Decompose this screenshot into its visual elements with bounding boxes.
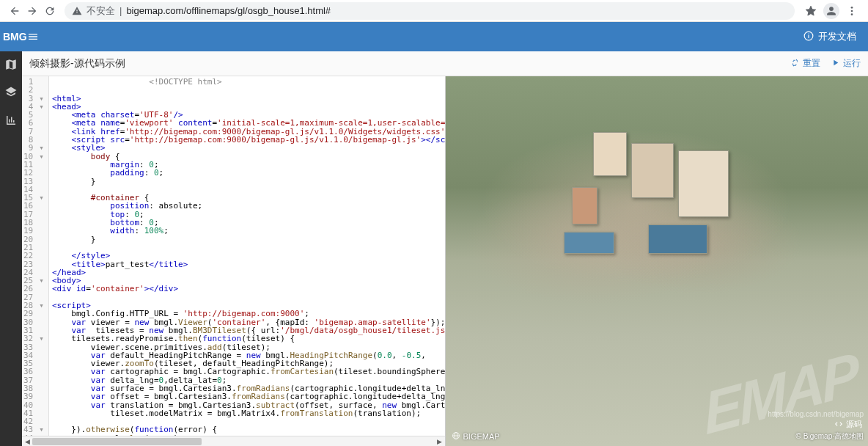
run-button[interactable]: 运行 <box>831 57 861 70</box>
address-bar[interactable]: 不安全 | bigemap.com/offlinemaps/gl/osgb_ho… <box>65 2 795 20</box>
docs-link[interactable]: 开发文档 <box>792 30 868 43</box>
user-account-button[interactable] <box>821 1 842 21</box>
address-divider: | <box>119 5 122 16</box>
watermark-brand: EMAP <box>702 339 860 446</box>
url-text: bigemap.com/offlinemaps/gl/osgb_house1.h… <box>126 5 331 16</box>
app-header: BMG 开发文档 <box>0 22 868 51</box>
sidebar-map-icon[interactable] <box>4 57 18 72</box>
app-logo: BMG <box>0 31 22 43</box>
line-gutter: 1 2 3 ▾4 ▾5 6 7 8 9 ▾10 ▾11 12 13 14 15 … <box>22 76 49 446</box>
reload-button[interactable] <box>41 2 59 20</box>
back-button[interactable] <box>6 2 23 20</box>
building-model <box>593 132 627 176</box>
run-label: 运行 <box>843 57 861 70</box>
svg-point-0 <box>851 7 853 9</box>
horizontal-scrollbar[interactable]: ◀ ▶ <box>22 436 445 446</box>
code-icon <box>834 420 843 430</box>
source-badge[interactable]: 源码 <box>834 419 862 430</box>
svg-point-5 <box>808 33 809 34</box>
sidebar-chart-icon[interactable] <box>4 113 18 128</box>
building-model <box>648 224 707 254</box>
preview-logo: BIGEMAP <box>452 431 500 442</box>
svg-point-2 <box>851 13 853 15</box>
watermark-url: https://blog.csdn.net/bigemap <box>768 410 864 418</box>
docs-link-label: 开发文档 <box>818 30 856 43</box>
sidebar <box>0 51 22 446</box>
building-model <box>564 232 614 254</box>
hamburger-menu-button[interactable] <box>22 31 44 43</box>
building-model <box>678 150 729 217</box>
browser-menu-button[interactable] <box>842 1 862 21</box>
building-model <box>572 187 597 224</box>
scroll-left-arrow[interactable]: ◀ <box>22 436 32 446</box>
svg-rect-4 <box>808 34 809 37</box>
info-icon <box>803 31 814 43</box>
reset-label: 重置 <box>803 57 820 70</box>
globe-icon <box>452 431 460 442</box>
bookmark-button[interactable] <box>801 1 821 21</box>
sidebar-layers-icon[interactable] <box>4 85 18 100</box>
forward-button[interactable] <box>23 2 41 20</box>
scroll-right-arrow[interactable]: ▶ <box>435 436 445 446</box>
insecure-label: 不安全 <box>87 4 115 18</box>
scrollbar-thumb[interactable] <box>32 438 202 445</box>
copyright-text: © Bigemap·高德地图 <box>796 431 864 442</box>
building-model <box>631 143 674 199</box>
preview-pane[interactable]: EMAP BIGEMAP https://blog.csdn.net/bigem… <box>446 76 869 446</box>
svg-point-1 <box>851 10 853 12</box>
reset-button[interactable]: 重置 <box>790 57 820 70</box>
recycle-icon <box>790 58 800 70</box>
code-editor[interactable]: 1 2 3 ▾4 ▾5 6 7 8 9 ▾10 ▾11 12 13 14 15 … <box>22 76 446 446</box>
code-area[interactable]: <!DOCTYPE html> <html><head> <meta chars… <box>49 76 445 446</box>
page-title: 倾斜摄影-源代码示例 <box>29 57 125 70</box>
play-icon <box>831 58 840 70</box>
title-bar: 倾斜摄影-源代码示例 重置 运行 <box>22 51 868 76</box>
insecure-icon <box>72 6 82 16</box>
browser-bar: 不安全 | bigemap.com/offlinemaps/gl/osgb_ho… <box>0 0 868 22</box>
